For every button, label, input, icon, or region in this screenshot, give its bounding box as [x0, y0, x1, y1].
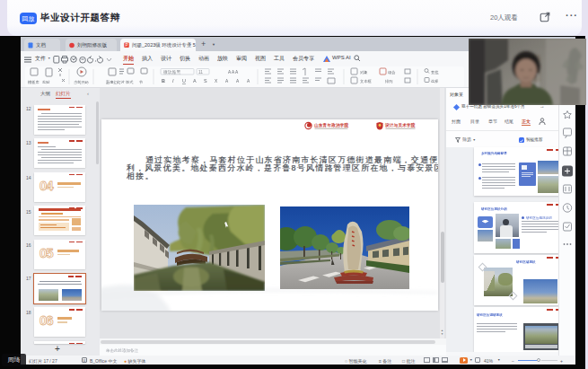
svg-text:组合: 组合 — [388, 70, 395, 75]
svg-text:A A A: A A A — [228, 70, 239, 75]
svg-text:查找: 查找 — [431, 70, 439, 75]
svg-text:模板库: 模板库 — [27, 80, 39, 84]
svg-text:排列: 排列 — [385, 79, 392, 83]
svg-text:当前开始: 当前开始 — [74, 80, 90, 84]
svg-text:新建幻灯片: 新建幻灯片 — [106, 80, 126, 84]
svg-text:选择: 选择 — [430, 79, 438, 83]
svg-text:B: B — [162, 78, 165, 83]
svg-text:对象: 对象 — [360, 70, 367, 75]
svg-text:设计与美术学院: 设计与美术学院 — [384, 122, 416, 128]
svg-text:文本框: 文本框 — [360, 79, 372, 83]
svg-text:A: A — [193, 78, 197, 83]
svg-text:粘贴: 粘贴 — [42, 80, 50, 84]
svg-text:P: P — [125, 43, 127, 48]
svg-text:山东青年政治学院: 山东青年政治学院 — [314, 122, 349, 128]
svg-text:微软雅黑: 微软雅黑 — [163, 69, 180, 75]
svg-text:S: S — [204, 78, 207, 83]
svg-text:11: 11 — [198, 70, 203, 75]
svg-text:版式: 版式 — [126, 80, 134, 84]
svg-text:U: U — [182, 78, 186, 83]
